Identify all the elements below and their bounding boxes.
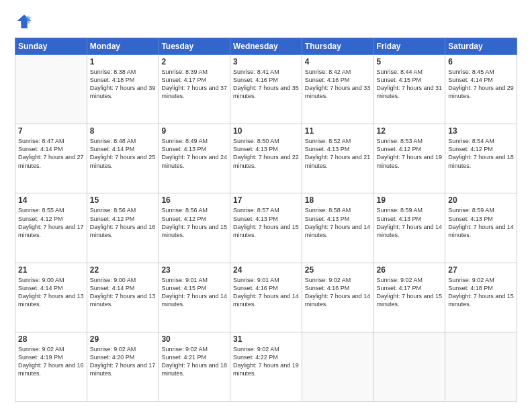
logo-icon <box>15 12 34 31</box>
day-info: Sunrise: 8:42 AMSunset: 4:16 PMDaylight:… <box>305 68 371 101</box>
day-info: Sunrise: 8:38 AMSunset: 4:18 PMDaylight:… <box>90 68 156 101</box>
day-number: 20 <box>448 195 514 205</box>
day-number: 15 <box>90 195 156 205</box>
day-cell: 11Sunrise: 8:52 AMSunset: 4:13 PMDayligh… <box>302 124 373 193</box>
col-header-tuesday: Tuesday <box>159 38 230 55</box>
day-number: 28 <box>18 334 84 344</box>
day-cell <box>373 332 445 401</box>
header <box>15 12 517 31</box>
logo <box>15 12 36 31</box>
day-cell: 19Sunrise: 8:59 AMSunset: 4:13 PMDayligh… <box>373 193 445 263</box>
day-cell: 6Sunrise: 8:45 AMSunset: 4:14 PMDaylight… <box>445 55 517 124</box>
week-row-5: 28Sunrise: 9:02 AMSunset: 4:19 PMDayligh… <box>15 332 517 401</box>
calendar-table: SundayMondayTuesdayWednesdayThursdayFrid… <box>15 38 517 402</box>
day-info: Sunrise: 8:50 AMSunset: 4:13 PMDaylight:… <box>233 137 299 170</box>
day-cell: 5Sunrise: 8:44 AMSunset: 4:15 PMDaylight… <box>373 55 445 124</box>
col-header-thursday: Thursday <box>302 38 373 55</box>
week-row-3: 14Sunrise: 8:55 AMSunset: 4:12 PMDayligh… <box>15 193 517 263</box>
day-info: Sunrise: 8:41 AMSunset: 4:16 PMDaylight:… <box>233 68 299 101</box>
day-cell: 15Sunrise: 8:56 AMSunset: 4:12 PMDayligh… <box>87 193 159 263</box>
col-header-sunday: Sunday <box>15 38 87 55</box>
day-number: 8 <box>90 126 156 136</box>
col-header-monday: Monday <box>87 38 159 55</box>
header-row: SundayMondayTuesdayWednesdayThursdayFrid… <box>15 38 517 55</box>
day-number: 16 <box>161 195 227 205</box>
week-row-1: 1Sunrise: 8:38 AMSunset: 4:18 PMDaylight… <box>15 55 517 124</box>
day-info: Sunrise: 8:44 AMSunset: 4:15 PMDaylight:… <box>377 68 443 101</box>
day-number: 21 <box>18 265 84 275</box>
day-cell: 14Sunrise: 8:55 AMSunset: 4:12 PMDayligh… <box>15 193 87 263</box>
day-info: Sunrise: 8:54 AMSunset: 4:12 PMDaylight:… <box>448 137 514 170</box>
day-number: 25 <box>305 265 371 275</box>
day-cell: 13Sunrise: 8:54 AMSunset: 4:12 PMDayligh… <box>445 124 517 193</box>
col-header-wednesday: Wednesday <box>230 38 302 55</box>
day-number: 6 <box>448 57 514 66</box>
day-info: Sunrise: 9:02 AMSunset: 4:17 PMDaylight:… <box>377 276 443 309</box>
col-header-friday: Friday <box>373 38 445 55</box>
day-info: Sunrise: 8:47 AMSunset: 4:14 PMDaylight:… <box>18 137 84 170</box>
day-info: Sunrise: 9:00 AMSunset: 4:14 PMDaylight:… <box>90 276 156 309</box>
day-info: Sunrise: 8:48 AMSunset: 4:14 PMDaylight:… <box>90 137 156 170</box>
day-info: Sunrise: 8:56 AMSunset: 4:12 PMDaylight:… <box>90 206 156 239</box>
day-number: 14 <box>18 195 84 205</box>
day-number: 13 <box>448 126 514 136</box>
day-number: 18 <box>305 195 371 205</box>
day-info: Sunrise: 8:59 AMSunset: 4:13 PMDaylight:… <box>448 206 514 239</box>
day-cell: 10Sunrise: 8:50 AMSunset: 4:13 PMDayligh… <box>230 124 302 193</box>
day-number: 2 <box>161 57 227 66</box>
day-cell: 17Sunrise: 8:57 AMSunset: 4:13 PMDayligh… <box>230 193 302 263</box>
page: SundayMondayTuesdayWednesdayThursdayFrid… <box>0 0 532 411</box>
day-info: Sunrise: 8:55 AMSunset: 4:12 PMDaylight:… <box>18 206 84 239</box>
day-cell: 2Sunrise: 8:39 AMSunset: 4:17 PMDaylight… <box>159 55 230 124</box>
day-info: Sunrise: 9:00 AMSunset: 4:14 PMDaylight:… <box>18 276 84 309</box>
day-number: 23 <box>161 265 227 275</box>
day-cell: 1Sunrise: 8:38 AMSunset: 4:18 PMDaylight… <box>87 55 159 124</box>
day-cell: 28Sunrise: 9:02 AMSunset: 4:19 PMDayligh… <box>15 332 87 401</box>
day-number: 4 <box>305 57 371 66</box>
day-info: Sunrise: 9:02 AMSunset: 4:18 PMDaylight:… <box>448 276 514 309</box>
day-cell: 20Sunrise: 8:59 AMSunset: 4:13 PMDayligh… <box>445 193 517 263</box>
day-cell: 7Sunrise: 8:47 AMSunset: 4:14 PMDaylight… <box>15 124 87 193</box>
day-number: 22 <box>90 265 156 275</box>
day-cell <box>15 55 87 124</box>
day-cell: 25Sunrise: 9:02 AMSunset: 4:16 PMDayligh… <box>302 263 373 332</box>
day-info: Sunrise: 9:02 AMSunset: 4:21 PMDaylight:… <box>161 345 227 378</box>
day-number: 31 <box>233 334 299 344</box>
day-number: 24 <box>233 265 299 275</box>
week-row-2: 7Sunrise: 8:47 AMSunset: 4:14 PMDaylight… <box>15 124 517 193</box>
day-info: Sunrise: 8:39 AMSunset: 4:17 PMDaylight:… <box>161 68 227 101</box>
day-info: Sunrise: 8:53 AMSunset: 4:12 PMDaylight:… <box>377 137 443 170</box>
day-info: Sunrise: 9:01 AMSunset: 4:15 PMDaylight:… <box>161 276 227 309</box>
day-cell: 23Sunrise: 9:01 AMSunset: 4:15 PMDayligh… <box>159 263 230 332</box>
day-cell: 18Sunrise: 8:58 AMSunset: 4:13 PMDayligh… <box>302 193 373 263</box>
day-number: 27 <box>448 265 514 275</box>
day-cell: 30Sunrise: 9:02 AMSunset: 4:21 PMDayligh… <box>159 332 230 401</box>
day-cell <box>302 332 373 401</box>
day-info: Sunrise: 8:49 AMSunset: 4:13 PMDaylight:… <box>161 137 227 170</box>
day-cell: 9Sunrise: 8:49 AMSunset: 4:13 PMDaylight… <box>159 124 230 193</box>
day-info: Sunrise: 9:02 AMSunset: 4:20 PMDaylight:… <box>90 345 156 378</box>
day-cell: 26Sunrise: 9:02 AMSunset: 4:17 PMDayligh… <box>373 263 445 332</box>
day-cell: 24Sunrise: 9:01 AMSunset: 4:16 PMDayligh… <box>230 263 302 332</box>
day-cell: 3Sunrise: 8:41 AMSunset: 4:16 PMDaylight… <box>230 55 302 124</box>
day-number: 7 <box>18 126 84 136</box>
day-cell: 21Sunrise: 9:00 AMSunset: 4:14 PMDayligh… <box>15 263 87 332</box>
week-row-4: 21Sunrise: 9:00 AMSunset: 4:14 PMDayligh… <box>15 263 517 332</box>
day-cell: 4Sunrise: 8:42 AMSunset: 4:16 PMDaylight… <box>302 55 373 124</box>
day-number: 5 <box>377 57 443 66</box>
day-cell: 31Sunrise: 9:02 AMSunset: 4:22 PMDayligh… <box>230 332 302 401</box>
day-number: 12 <box>377 126 443 136</box>
col-header-saturday: Saturday <box>445 38 517 55</box>
day-info: Sunrise: 9:02 AMSunset: 4:16 PMDaylight:… <box>305 276 371 309</box>
day-info: Sunrise: 8:52 AMSunset: 4:13 PMDaylight:… <box>305 137 371 170</box>
day-info: Sunrise: 8:59 AMSunset: 4:13 PMDaylight:… <box>377 206 443 239</box>
day-info: Sunrise: 8:57 AMSunset: 4:13 PMDaylight:… <box>233 206 299 239</box>
day-info: Sunrise: 8:58 AMSunset: 4:13 PMDaylight:… <box>305 206 371 239</box>
day-cell <box>445 332 517 401</box>
day-number: 11 <box>305 126 371 136</box>
day-number: 3 <box>233 57 299 66</box>
day-cell: 16Sunrise: 8:56 AMSunset: 4:12 PMDayligh… <box>159 193 230 263</box>
day-number: 19 <box>377 195 443 205</box>
day-cell: 12Sunrise: 8:53 AMSunset: 4:12 PMDayligh… <box>373 124 445 193</box>
day-info: Sunrise: 8:56 AMSunset: 4:12 PMDaylight:… <box>161 206 227 239</box>
